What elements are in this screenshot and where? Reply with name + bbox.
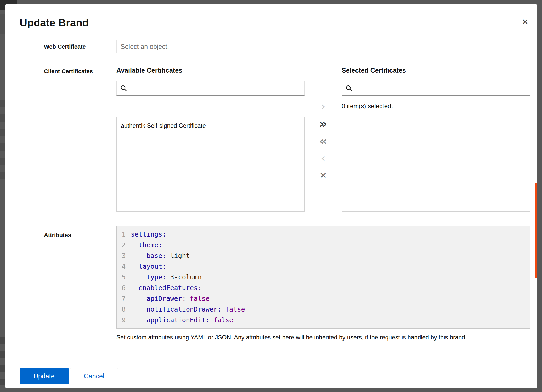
cancel-button[interactable]: Cancel — [70, 368, 118, 384]
backdrop-artifact — [0, 365, 5, 372]
add-all-button[interactable]: » — [319, 118, 327, 130]
client-certificates-row: Client Certificates Available Certificat… — [44, 66, 530, 212]
web-certificate-row: Web Certificate — [44, 40, 530, 53]
code-line: theme: — [131, 240, 530, 250]
client-certificates-label: Client Certificates — [44, 68, 116, 75]
code-line: notificationDrawer: false — [131, 304, 530, 315]
backdrop-artifact — [0, 172, 5, 179]
code-content[interactable]: settings: theme: base: light layout: typ… — [128, 229, 530, 325]
available-certificates-title: Available Certificates — [116, 66, 305, 74]
update-button[interactable]: Update — [20, 368, 69, 384]
modal-footer: Update Cancel — [20, 368, 118, 384]
line-number: 5 — [117, 272, 126, 283]
code-line: settings: — [131, 229, 530, 240]
backdrop-artifact — [0, 351, 5, 358]
remove-all-button[interactable]: « — [319, 135, 327, 147]
code-line: applicationEdit: false — [131, 315, 530, 325]
selected-status: 0 item(s) selected. — [342, 96, 530, 117]
line-number: 2 — [117, 240, 126, 250]
attributes-label: Attributes — [44, 232, 116, 239]
selected-certificates-column: Selected Certificates 0 item(s) selected… — [342, 66, 530, 212]
selected-search[interactable] — [342, 81, 530, 96]
selected-certificates-list[interactable] — [342, 117, 530, 212]
backdrop-artifact — [0, 143, 5, 151]
dual-list-controls: › » « ‹ ✕ — [305, 66, 342, 212]
dual-list-selector: Available Certificates authentik Self-si… — [116, 66, 530, 212]
backdrop-artifact — [0, 158, 5, 165]
line-number: 7 — [117, 293, 126, 304]
attributes-code-editor[interactable]: 123456789 settings: theme: base: light l… — [116, 226, 530, 329]
search-icon — [120, 85, 127, 92]
update-brand-form: Web Certificate Client Certificates Avai… — [5, 40, 537, 341]
orange-accent-bar — [535, 183, 537, 278]
code-line: layout: — [131, 261, 530, 272]
web-certificate-select[interactable] — [116, 40, 530, 53]
line-number: 3 — [117, 250, 126, 261]
backdrop-artifact — [0, 129, 5, 136]
available-search[interactable] — [116, 81, 305, 96]
backdrop-artifact — [0, 100, 5, 107]
line-number: 1 — [117, 229, 126, 240]
line-number: 9 — [117, 315, 126, 325]
web-certificate-label: Web Certificate — [44, 43, 116, 50]
backdrop-artifact — [0, 379, 5, 385]
available-certificates-list[interactable]: authentik Self-signed Certificate — [116, 117, 305, 212]
search-icon — [346, 85, 352, 92]
line-number: 4 — [117, 261, 126, 272]
code-line: enabledFeatures: — [131, 283, 530, 293]
clear-button[interactable]: ✕ — [319, 169, 327, 181]
line-numbers: 123456789 — [117, 229, 128, 325]
line-number: 6 — [117, 283, 126, 293]
backdrop-artifact — [0, 337, 5, 344]
code-line: base: light — [131, 250, 530, 261]
line-number: 8 — [117, 304, 126, 315]
available-search-input[interactable] — [130, 85, 301, 92]
modal-title: Update Brand — [20, 17, 523, 29]
available-certificates-column: Available Certificates authentik Self-si… — [116, 66, 305, 212]
selected-search-input[interactable] — [355, 85, 527, 92]
remove-selected-button[interactable]: ‹ — [321, 152, 326, 164]
update-brand-modal: Update Brand ✕ Web Certificate Client Ce… — [5, 4, 537, 388]
attributes-help-text: Set custom attributes using YAML or JSON… — [116, 333, 530, 341]
close-icon[interactable]: ✕ — [522, 18, 528, 26]
backdrop-artifact — [0, 14, 5, 34]
modal-header: Update Brand ✕ — [5, 4, 537, 29]
code-line: type: 3-column — [131, 272, 530, 283]
backdrop-artifact — [0, 114, 5, 122]
add-selected-button[interactable]: › — [321, 100, 326, 112]
selected-certificates-title: Selected Certificates — [342, 66, 530, 74]
available-status — [116, 96, 305, 117]
list-item[interactable]: authentik Self-signed Certificate — [117, 120, 304, 132]
code-line: apiDrawer: false — [131, 293, 530, 304]
attributes-row: Attributes 123456789 settings: theme: ba… — [44, 226, 530, 341]
